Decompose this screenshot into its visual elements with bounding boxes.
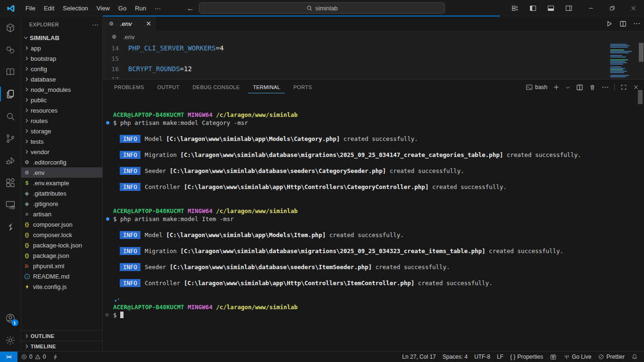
panel-tab-terminal[interactable]: TERMINAL [248,82,285,93]
file-composer-json[interactable]: {}composer.json [21,219,102,230]
run-file-icon[interactable] [606,20,613,27]
info-badge: INFO [120,231,140,239]
explorer-icon[interactable] [0,83,21,105]
run-debug-icon[interactable] [0,149,21,172]
menu-item-go[interactable]: Go [114,3,131,14]
editor-more-actions-icon[interactable]: ⋯ [633,19,640,28]
folder-app[interactable]: app [21,43,102,53]
browser-status-icon[interactable] [546,352,560,362]
bolt-status-icon[interactable] [49,352,62,362]
container-cube-icon[interactable] [0,16,21,39]
folder-vendor[interactable]: vendor [21,147,102,157]
language-mode[interactable]: { } Properties [507,352,546,362]
braces-icon: { } [510,354,515,360]
customize-layout-icon[interactable] [508,2,522,15]
extensions-icon[interactable] [0,172,21,194]
panel-tab-output[interactable]: OUTPUT [153,82,184,93]
panel-more-actions-icon[interactable]: ⋯ [602,83,609,91]
toggle-sidebar-icon[interactable] [526,2,540,15]
people-icon[interactable] [0,39,21,61]
explorer-more-actions-icon[interactable]: ··· [92,21,99,28]
s-logo-icon[interactable] [0,216,21,238]
project-root[interactable]: SIMINLAB [21,33,102,43]
back-arrow-icon[interactable]: ← [187,4,194,13]
folder-storage[interactable]: storage [21,126,102,136]
file-package-json[interactable]: {}package.json [21,250,102,261]
file-package-lock-json[interactable]: {}package-lock.json [21,240,102,250]
book-icon[interactable] [0,61,21,83]
terminal-line: ACER@LAPTOP-B48KUCMT MINGW64 /c/laragon/… [113,303,644,311]
split-terminal-icon[interactable] [576,84,583,91]
close-panel-icon[interactable] [633,84,639,90]
terminal-output[interactable]: ACER@LAPTOP-B48KUCMT MINGW64 /c/laragon/… [103,95,644,351]
file-README-md[interactable]: README.md [21,271,102,281]
prettier-button[interactable]: Prettier [594,352,628,362]
toggle-panel-icon[interactable] [544,2,558,15]
remote-indicator[interactable]: >< [0,352,17,362]
close-tab-icon[interactable]: ✕ [146,20,151,27]
folder-config[interactable]: config [21,64,102,74]
go-live-button[interactable]: Go Live [560,352,594,362]
settings-gear-icon[interactable] [0,329,21,351]
breadcrumb[interactable]: ⚙ .env [103,31,644,43]
folder-routes[interactable]: routes [21,115,102,126]
shell-selector[interactable]: bash [526,84,547,91]
folder-node_modules[interactable]: node_modules [21,84,102,95]
file-artisan[interactable]: ≡artisan [21,209,102,219]
search-icon[interactable] [0,105,21,127]
encoding[interactable]: UTF-8 [471,352,494,362]
command-decoration-icon[interactable] [106,217,109,221]
source-control-icon[interactable] [0,127,21,149]
file-label: package-lock.json [33,242,82,249]
notifications-bell-icon[interactable] [628,352,641,362]
panel-tab-ports[interactable]: PORTS [289,82,316,93]
restore-button[interactable] [602,0,623,16]
toggle-secondary-sidebar-icon[interactable] [561,2,576,15]
terminal-scrollbar[interactable] [638,90,643,104]
file--env-example[interactable]: $.env.example [21,178,102,188]
kill-terminal-icon[interactable] [589,84,596,91]
menu-item-file[interactable]: File [21,3,40,14]
maximize-panel-icon[interactable] [620,84,627,90]
file--gitignore[interactable]: ◆.gitignore [21,198,102,209]
menu-item-view[interactable]: View [92,3,114,14]
indentation[interactable]: Spaces: 4 [439,352,471,362]
tab-env[interactable]: ⚙ .env ✕ [103,16,156,31]
menu-item-selection[interactable]: Selection [58,3,92,14]
file--editorconfig[interactable]: ⚙.editorconfig [21,157,102,167]
minimap[interactable] [610,44,636,78]
minimize-button[interactable] [580,0,602,16]
code-editor[interactable]: 14PHP_CLI_SERVER_WORKERS=41516BCRYPT_ROU… [103,43,644,79]
file-composer-lock[interactable]: {}composer.lock [21,230,102,240]
section-outline[interactable]: OUTLINE [21,330,102,341]
eol[interactable]: LF [494,352,507,362]
file-phpunit-xml[interactable]: phpunit.xml [21,261,102,271]
menu-item-[interactable]: ··· [150,3,165,14]
minimap-line [610,51,632,52]
panel-tab-debug-console[interactable]: DEBUG CONSOLE [188,82,245,93]
file--gitattributes[interactable]: ◆.gitattributes [21,188,102,198]
editor-scrollbar[interactable] [639,43,644,62]
file--env[interactable]: ⚙.env [21,167,102,178]
command-center-search[interactable]: siminlab [199,2,445,14]
folder-bootstrap[interactable]: bootstrap [21,53,102,64]
split-editor-icon[interactable] [619,20,627,27]
folder-database[interactable]: database [21,74,102,84]
info-kind: Controller [145,183,184,190]
problems-status[interactable]: 0 0 [17,352,49,362]
menu-item-run[interactable]: Run [131,3,150,14]
folder-public[interactable]: public [21,95,102,105]
section-timeline[interactable]: TIMELINE [21,341,102,351]
panel-tab-problems[interactable]: PROBLEMS [109,82,149,93]
folder-tests[interactable]: tests [21,136,102,147]
remote-explorer-icon[interactable] [0,194,21,216]
terminal-dropdown-icon[interactable] [565,85,570,90]
close-window-button[interactable] [623,0,644,16]
command-decoration-icon[interactable] [106,121,109,124]
cursor-position[interactable]: Ln 27, Col 17 [399,352,439,362]
folder-resources[interactable]: resources [21,105,102,115]
new-terminal-icon[interactable] [553,84,560,90]
menu-item-edit[interactable]: Edit [40,3,58,14]
file-vite-config-js[interactable]: vite.config.js [21,281,102,292]
accounts-icon[interactable]: 1 [0,307,21,329]
